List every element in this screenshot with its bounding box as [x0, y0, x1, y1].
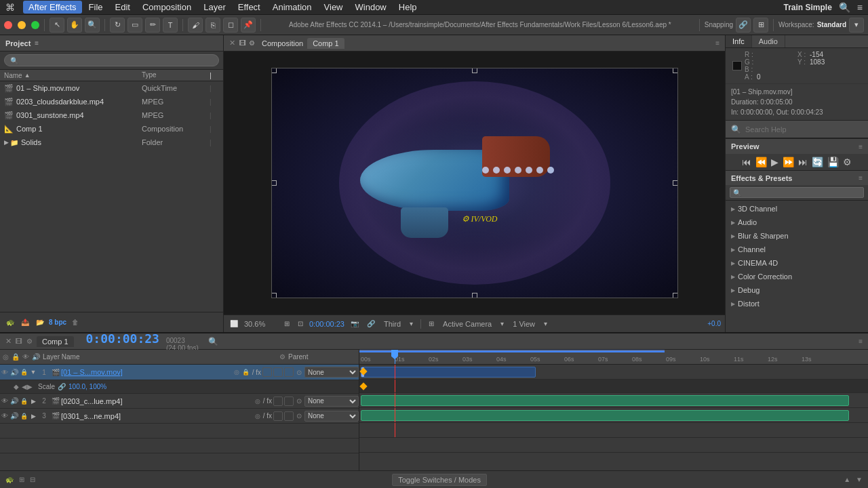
tl-lock2-icon[interactable]: 🔒: [242, 369, 250, 375]
tl-audio-icon[interactable]: 🔊: [9, 397, 19, 405]
viewer-pix-icon[interactable]: ⊡: [296, 319, 305, 328]
hand-tool-btn[interactable]: ✋: [67, 18, 82, 33]
tl-keyframe-left-icon[interactable]: ◆: [14, 383, 19, 390]
tl-sw-1[interactable]: [273, 411, 283, 421]
tl-clip-1[interactable]: [361, 367, 536, 378]
tl-sw-1[interactable]: [273, 396, 283, 406]
menu-composition[interactable]: Composition: [137, 1, 197, 14]
effect-group-blur[interactable]: ▶ Blur & Sharpen: [726, 229, 868, 243]
shape-rect-btn[interactable]: ▭: [127, 18, 142, 33]
project-menu-icon[interactable]: ≡: [35, 39, 39, 47]
viewer-view-count[interactable]: 1 View: [510, 319, 538, 329]
list-item[interactable]: 📐 Comp 1 Composition |: [0, 122, 223, 136]
handle-bottom-right[interactable]: [673, 293, 678, 298]
handle-mid-right[interactable]: [673, 180, 678, 186]
handle-top-left[interactable]: [271, 68, 277, 73]
tl-track-1[interactable]: [359, 365, 868, 380]
tl-parent-select[interactable]: None: [304, 396, 359, 407]
tab-audio[interactable]: Audio: [752, 35, 785, 47]
search-icon[interactable]: 🔍: [839, 2, 850, 13]
effects-menu-icon[interactable]: ≡: [859, 174, 863, 182]
tl-motion-icon[interactable]: ⊙: [296, 369, 302, 376]
tl-layer[interactable]: 👁 🔊 🔒 ▶ 2 🎬 [0203_c...lue.mp4] ◎ / fx ⊙: [0, 394, 359, 409]
eraser-tool-btn[interactable]: ◻: [223, 18, 238, 33]
delete-icon[interactable]: 🗑: [69, 317, 81, 329]
viewer-zoom-level[interactable]: 30.6%: [244, 320, 278, 328]
handle-bottom-mid[interactable]: [472, 293, 477, 298]
effect-group-audio[interactable]: ▶ Audio: [726, 216, 868, 229]
menu-after-effects[interactable]: After Effects: [23, 1, 82, 14]
tl-solo-icon[interactable]: ◎: [255, 413, 260, 420]
pen-tool-btn[interactable]: ✏: [145, 18, 160, 33]
viewer-time[interactable]: 0:00:00:23: [309, 320, 344, 328]
text-tool-btn[interactable]: T: [163, 18, 178, 33]
tl-sw-2[interactable]: [284, 396, 294, 406]
menu-layer[interactable]: Layer: [198, 1, 231, 14]
timeline-close-icon[interactable]: ✕: [5, 337, 12, 346]
tl-parent-select[interactable]: None: [304, 411, 359, 422]
tl-playhead-line[interactable]: [395, 350, 395, 364]
tl-expand-icon[interactable]: ▼: [28, 369, 38, 375]
handle-top-mid[interactable]: [472, 68, 477, 73]
timeline-menu-icon[interactable]: ≡: [859, 338, 863, 345]
tl-expand-icon[interactable]: ▶: [28, 413, 38, 420]
tl-bottom-icon-4[interactable]: ▲: [844, 476, 850, 483]
tl-layer[interactable]: 👁 🔊 🔒 ▼ 1 🎬 [01 – S...mov.mov] ◎ 🔒 / fx: [0, 365, 359, 380]
viewer-3d-icon[interactable]: ⊞: [427, 319, 436, 328]
tl-clip-2[interactable]: [361, 395, 849, 406]
list-item[interactable]: 🎬 01 – Ship.mov.mov QuickTime |: [0, 81, 223, 95]
menu-view[interactable]: View: [319, 1, 349, 14]
viewer-active-camera[interactable]: Active Camera: [440, 319, 494, 329]
toggle-switches-modes-btn[interactable]: Toggle Switches / Modes: [392, 474, 487, 486]
tl-layer[interactable]: 👁 🔊 🔒 ▶ 3 🎬 [0301_s...ne.mp4] ◎ / fx ⊙: [0, 409, 359, 424]
list-item[interactable]: 🎬 0203_cloudsdarkblue.mp4 MPEG |: [0, 95, 223, 108]
menu-window[interactable]: Window: [350, 1, 392, 14]
tl-clip-3[interactable]: [361, 410, 849, 421]
tl-solo-icon[interactable]: ◎: [234, 369, 239, 375]
effect-group-distort[interactable]: ▶ Distort: [726, 297, 868, 310]
camera-rotate-btn[interactable]: ↻: [110, 18, 125, 33]
timeline-current-time[interactable]: 0:00:00:23: [83, 331, 162, 346]
tl-parent-select[interactable]: None: [304, 367, 359, 378]
comp-panel-menu-icon[interactable]: ≡: [715, 39, 719, 47]
effect-group-3d-channel[interactable]: ▶ 3D Channel: [726, 202, 868, 216]
tl-fx-label[interactable]: / fx: [263, 412, 272, 420]
preview-menu-icon[interactable]: ≡: [859, 143, 863, 150]
tl-track-3[interactable]: [359, 408, 868, 423]
timeline-ruler[interactable]: 00s 01s 02s 03s 04s 05s 06s 07s 08s 09s …: [359, 350, 868, 365]
handle-top-right[interactable]: [673, 68, 678, 73]
tl-audio-icon[interactable]: 🔊: [9, 412, 19, 420]
tl-lock-icon[interactable]: 🔒: [19, 398, 28, 405]
tl-lock-icon[interactable]: 🔒: [19, 369, 28, 375]
preview-next-btn[interactable]: ⏩: [783, 157, 794, 167]
stamp-tool-btn[interactable]: ⎘: [205, 18, 220, 33]
timeline-active-tab[interactable]: Comp 1: [37, 336, 74, 347]
tl-vis-icon[interactable]: 👁: [0, 369, 9, 376]
comp-tab[interactable]: Comp 1: [307, 38, 344, 49]
preview-loop-btn[interactable]: 🔄: [812, 157, 823, 167]
select-tool-btn[interactable]: ↖: [50, 18, 64, 33]
close-window-btn[interactable]: [4, 21, 12, 29]
menu-animation[interactable]: Animation: [267, 1, 317, 14]
timeline-search-icon[interactable]: 🔍: [208, 337, 218, 346]
tl-vis-icon[interactable]: 👁: [0, 412, 9, 420]
menu-edit[interactable]: Edit: [110, 1, 136, 14]
proportional-grid-btn[interactable]: ⊞: [753, 18, 768, 33]
list-item[interactable]: ▶ 📁 Solids Folder |: [0, 136, 223, 149]
tl-track-2[interactable]: [359, 393, 868, 408]
viewer-fit-icon[interactable]: ⊞: [282, 319, 292, 328]
workspace-dropdown-btn[interactable]: ▾: [849, 18, 864, 33]
snap-toggle-btn[interactable]: 🔗: [736, 18, 751, 33]
tl-sw-2[interactable]: [284, 411, 294, 421]
tl-fx-label[interactable]: / fx: [252, 369, 261, 376]
menu-effect[interactable]: Effect: [233, 1, 266, 14]
tl-sw-2[interactable]: [273, 367, 283, 377]
viewer-view-dropdown[interactable]: ▾: [498, 319, 506, 328]
menu-file[interactable]: File: [83, 1, 108, 14]
tab-info[interactable]: Infc: [726, 35, 752, 47]
effect-group-debug[interactable]: ▶ Debug: [726, 283, 868, 297]
preview-prev-btn[interactable]: ⏪: [755, 157, 767, 167]
menu-help[interactable]: Help: [393, 1, 422, 14]
preview-last-btn[interactable]: ⏭: [798, 157, 808, 167]
tl-lock-icon[interactable]: 🔒: [19, 413, 28, 420]
